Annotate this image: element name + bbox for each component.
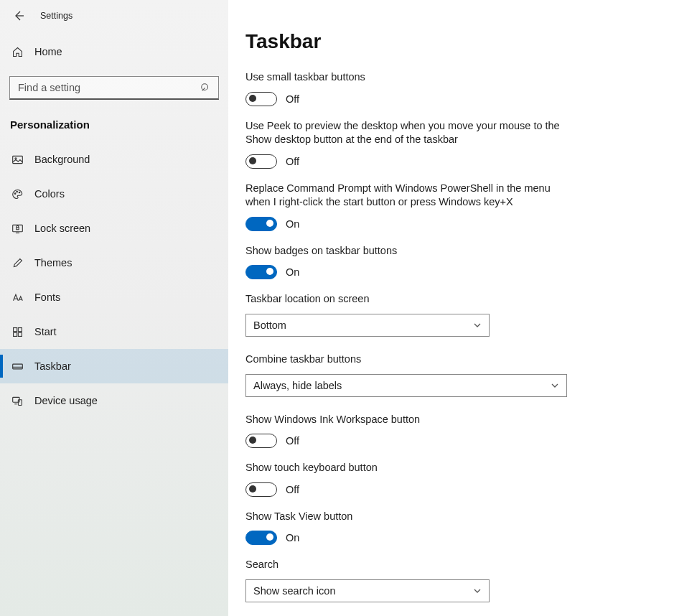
lockscreen-icon (10, 223, 24, 235)
toggle-state: Off (286, 435, 299, 447)
sidebar: Settings Home Personalization Background… (0, 0, 228, 616)
toggle-ink[interactable] (245, 434, 277, 448)
setting-label: Use small taskbar buttons (245, 70, 561, 85)
dropdown-value: Show search icon (253, 585, 335, 597)
toggle-small-buttons[interactable] (245, 92, 277, 106)
home-label: Home (34, 46, 62, 57)
toggle-state: On (286, 532, 299, 543)
picture-icon (10, 154, 24, 166)
search-box[interactable] (9, 76, 219, 100)
setting-label: Search (245, 558, 561, 572)
device-usage-icon (10, 395, 24, 407)
toggle-powershell[interactable] (245, 217, 277, 231)
chevron-down-icon (473, 321, 482, 330)
sidebar-item-fonts[interactable]: Fonts (0, 280, 228, 314)
toggle-taskview[interactable] (245, 531, 277, 545)
svg-rect-10 (13, 332, 17, 336)
toggle-state: On (286, 218, 299, 230)
setting-ink: Show Windows Ink Workspace button Off (245, 413, 561, 449)
chevron-down-icon (551, 381, 559, 390)
svg-rect-9 (18, 327, 22, 331)
sidebar-item-label: Lock screen (34, 223, 90, 234)
main-panel: Taskbar Use small taskbar buttons Off Us… (228, 0, 674, 616)
sidebar-item-label: Fonts (34, 291, 60, 303)
setting-badges: Show badges on taskbar buttons On (245, 244, 561, 280)
section-title: Personalization (0, 100, 228, 135)
setting-powershell: Replace Command Prompt with Windows Powe… (245, 182, 561, 231)
svg-point-2 (14, 157, 16, 159)
setting-combine: Combine taskbar buttons Always, hide lab… (245, 353, 561, 397)
sidebar-item-label: Themes (34, 257, 72, 269)
svg-rect-11 (18, 332, 22, 336)
setting-taskview: Show Task View button On (245, 510, 561, 546)
setting-label: Taskbar location on screen (245, 292, 561, 307)
setting-search: Search Show search icon (245, 558, 561, 602)
setting-label: Show Task View button (245, 510, 561, 524)
brush-icon (10, 257, 24, 269)
setting-label: Combine taskbar buttons (245, 353, 561, 367)
sidebar-item-label: Colors (34, 188, 65, 200)
dropdown-search[interactable]: Show search icon (245, 579, 490, 602)
home-icon (10, 46, 24, 58)
app-title: Settings (40, 11, 72, 21)
sidebar-item-label: Taskbar (34, 360, 71, 372)
palette-icon (10, 188, 24, 200)
dropdown-combine[interactable]: Always, hide labels (245, 374, 567, 397)
setting-peek: Use Peek to preview the desktop when you… (245, 119, 561, 169)
sidebar-item-lockscreen[interactable]: Lock screen (0, 211, 228, 246)
sidebar-item-label: Start (34, 326, 57, 337)
svg-rect-7 (16, 227, 18, 229)
sidebar-item-label: Background (34, 154, 90, 165)
toggle-peek[interactable] (245, 154, 277, 169)
search-input[interactable] (10, 82, 192, 93)
setting-label: Use Peek to preview the desktop when you… (245, 119, 561, 147)
sidebar-item-start[interactable]: Start (0, 314, 228, 349)
sidebar-item-deviceusage[interactable]: Device usage (0, 383, 228, 418)
toggle-state: Off (286, 156, 299, 167)
sidebar-item-label: Device usage (34, 395, 98, 406)
toggle-state: Off (286, 484, 299, 495)
dropdown-location[interactable]: Bottom (245, 314, 490, 337)
sidebar-item-background[interactable]: Background (0, 142, 228, 177)
dropdown-value: Always, hide labels (253, 380, 342, 391)
svg-point-3 (14, 192, 16, 194)
titlebar: Settings (0, 0, 228, 32)
svg-point-5 (19, 192, 20, 193)
setting-label: Replace Command Prompt with Windows Powe… (245, 182, 561, 210)
setting-small-buttons: Use small taskbar buttons Off (245, 70, 561, 106)
toggle-state: Off (286, 93, 299, 105)
dropdown-value: Bottom (253, 319, 286, 331)
sidebar-item-taskbar[interactable]: Taskbar (0, 349, 228, 383)
arrow-left-icon (13, 10, 24, 22)
svg-rect-12 (12, 364, 22, 369)
svg-rect-8 (13, 327, 17, 331)
toggle-badges[interactable] (245, 265, 277, 279)
setting-label: Show touch keyboard button (245, 461, 561, 475)
chevron-down-icon (473, 587, 482, 595)
taskbar-icon (10, 360, 24, 373)
toggle-touch-kb[interactable] (245, 482, 277, 497)
setting-location: Taskbar location on screen Bottom (245, 292, 561, 337)
nav-list: Background Colors Lock screen Themes Fon… (0, 142, 228, 418)
setting-touch-kb: Show touch keyboard button Off (245, 461, 561, 497)
page-title: Taskbar (245, 30, 645, 53)
search-icon (192, 83, 218, 93)
sidebar-item-colors[interactable]: Colors (0, 177, 228, 211)
fonts-icon (10, 291, 24, 304)
setting-label: Show badges on taskbar buttons (245, 244, 561, 258)
toggle-state: On (286, 266, 299, 278)
svg-point-4 (16, 191, 17, 192)
svg-rect-1 (12, 156, 22, 163)
back-button[interactable] (10, 7, 27, 24)
start-icon (10, 326, 24, 338)
home-nav[interactable]: Home (0, 36, 228, 67)
sidebar-item-themes[interactable]: Themes (0, 246, 228, 280)
setting-label: Show Windows Ink Workspace button (245, 413, 561, 427)
